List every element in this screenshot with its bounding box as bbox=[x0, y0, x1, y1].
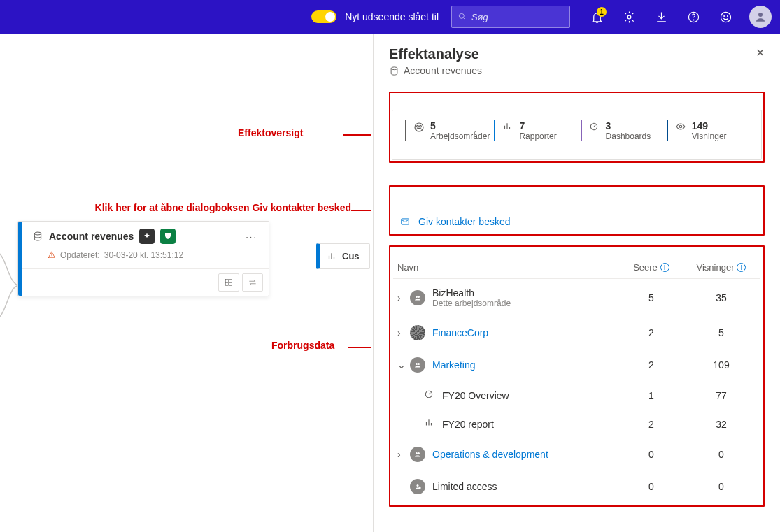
notification-badge: 1 bbox=[597, 7, 607, 17]
report-icon bbox=[502, 122, 513, 141]
updated-prefix: Opdateret: bbox=[60, 250, 100, 260]
node-subtitle: ⚠ Opdateret: 30-03-20 kl. 13:51:12 bbox=[18, 247, 269, 268]
svg-point-16 bbox=[417, 125, 419, 127]
row-views: 5 bbox=[686, 327, 756, 338]
download-button[interactable] bbox=[647, 3, 675, 31]
panel-title: Effektanalyse bbox=[389, 46, 482, 62]
node-header: Account revenues ··· bbox=[18, 222, 269, 247]
new-look-label: Nyt udseende slået til bbox=[345, 11, 439, 22]
workspace-icon bbox=[410, 290, 425, 305]
table-row[interactable]: Limited access 0 0 bbox=[393, 470, 760, 503]
row-name: BizHealth Dette arbejdsområde bbox=[432, 287, 616, 308]
workspace-icon bbox=[410, 357, 425, 373]
tile-dashboards-label: Dashboards bbox=[606, 131, 651, 141]
svg-rect-10 bbox=[225, 279, 228, 282]
table-row[interactable]: › FinanceCorp 2 5 bbox=[393, 317, 760, 349]
row-name[interactable]: Marketing bbox=[432, 359, 616, 371]
dashboard-icon bbox=[424, 389, 435, 401]
col-name: Navn bbox=[397, 262, 616, 273]
expand-toggle[interactable]: › bbox=[397, 292, 410, 303]
dataset-icon bbox=[389, 66, 399, 76]
svg-point-0 bbox=[459, 13, 464, 18]
svg-point-8 bbox=[758, 13, 763, 17]
notify-contacts-button[interactable]: Giv kontakter besked bbox=[392, 210, 762, 233]
expand-toggle[interactable]: › bbox=[397, 327, 410, 338]
downstream-node[interactable]: Cus bbox=[316, 243, 370, 269]
row-views: 0 bbox=[686, 481, 756, 492]
account-avatar[interactable] bbox=[749, 6, 772, 28]
notifications-button[interactable]: 1 bbox=[583, 3, 611, 31]
table-row-child[interactable]: FY20 Overview 1 77 bbox=[393, 381, 760, 410]
usage-callout: Navn Seerei Visningeri › BizHealth Dette… bbox=[389, 245, 765, 507]
impact-panel: Effektanalyse Account revenues ✕ 5Arbejd… bbox=[373, 34, 780, 532]
sensitivity-chip bbox=[160, 229, 176, 244]
col-viewers: Seerei bbox=[616, 262, 686, 273]
panel-subtitle: Account revenues bbox=[404, 65, 482, 76]
tile-workspaces-label: Arbejdsområder bbox=[430, 131, 490, 141]
svg-point-28 bbox=[417, 484, 419, 487]
info-icon[interactable]: i bbox=[660, 263, 669, 272]
annotation-usage-line bbox=[348, 347, 371, 348]
dashboard-icon bbox=[589, 122, 600, 141]
expand-toggle[interactable]: ⌄ bbox=[397, 359, 410, 371]
svg-point-19 bbox=[679, 125, 682, 128]
info-icon[interactable]: i bbox=[737, 263, 746, 272]
tile-reports-label: Rapporter bbox=[519, 131, 556, 141]
svg-line-1 bbox=[464, 18, 466, 20]
row-name[interactable]: FinanceCorp bbox=[432, 327, 616, 338]
row-viewers: 0 bbox=[616, 449, 686, 460]
row-views: 109 bbox=[686, 359, 756, 371]
row-viewers: 2 bbox=[616, 419, 686, 430]
row-views: 0 bbox=[686, 449, 756, 460]
row-viewers: 2 bbox=[616, 359, 686, 371]
annotation-overview-line bbox=[343, 134, 371, 136]
workspace-icon bbox=[410, 447, 425, 462]
settings-button[interactable] bbox=[615, 3, 643, 31]
row-name: FY20 Overview bbox=[442, 390, 616, 401]
node-more-button[interactable]: ··· bbox=[243, 231, 260, 242]
help-button[interactable] bbox=[679, 3, 707, 31]
svg-point-22 bbox=[418, 296, 420, 298]
svg-point-23 bbox=[416, 363, 418, 365]
row-name[interactable]: Operations & development bbox=[432, 449, 616, 460]
updated-timestamp: 30-03-20 kl. 13:51:12 bbox=[104, 250, 183, 260]
new-look-toggle[interactable] bbox=[311, 10, 336, 23]
smiley-icon bbox=[719, 10, 732, 24]
help-icon bbox=[687, 10, 700, 24]
annotation-notify: Klik her for at åbne dialogboksen Giv ko… bbox=[8, 202, 351, 213]
dataset-node[interactable]: Account revenues ··· ⚠ Opdateret: 30-03-… bbox=[17, 221, 269, 296]
svg-rect-13 bbox=[229, 283, 232, 286]
tile-dashboards: 3Dashboards bbox=[581, 120, 662, 141]
close-panel-button[interactable]: ✕ bbox=[756, 46, 765, 59]
table-row[interactable]: › BizHealth Dette arbejdsområde 5 35 bbox=[393, 279, 760, 317]
tile-workspaces: 5Arbejdsområder bbox=[405, 120, 490, 141]
impact-button[interactable] bbox=[218, 273, 239, 292]
overview-callout: 5Arbejdsområder 7Rapporter 3Dashboards bbox=[389, 92, 765, 163]
report-icon bbox=[424, 418, 435, 430]
expand-toggle[interactable]: › bbox=[397, 449, 410, 460]
panel-subtitle-row: Account revenues bbox=[389, 65, 482, 76]
search-input[interactable] bbox=[471, 12, 564, 22]
svg-point-6 bbox=[723, 15, 724, 16]
svg-point-14 bbox=[391, 66, 397, 69]
table-row-child[interactable]: FY20 report 2 32 bbox=[393, 410, 760, 438]
svg-point-2 bbox=[627, 15, 631, 19]
tile-dashboards-value: 3 bbox=[606, 120, 651, 131]
svg-point-7 bbox=[727, 15, 728, 16]
table-row[interactable]: › Operations & development 0 0 bbox=[393, 438, 760, 470]
row-viewers: 5 bbox=[616, 292, 686, 303]
warning-icon: ⚠ bbox=[48, 250, 56, 260]
tile-workspaces-value: 5 bbox=[430, 120, 490, 131]
workspace-icon bbox=[413, 122, 425, 141]
row-viewers: 2 bbox=[616, 327, 686, 338]
swap-button[interactable] bbox=[242, 273, 263, 292]
row-viewers: 1 bbox=[616, 390, 686, 401]
dataset-icon bbox=[32, 231, 43, 242]
search-box[interactable] bbox=[451, 6, 570, 28]
row-name: Limited access bbox=[432, 481, 616, 492]
svg-point-9 bbox=[34, 232, 41, 235]
row-viewers: 0 bbox=[616, 481, 686, 492]
table-row[interactable]: ⌄ Marketing 2 109 bbox=[393, 349, 760, 381]
feedback-button[interactable] bbox=[711, 3, 739, 31]
svg-rect-11 bbox=[229, 279, 232, 282]
